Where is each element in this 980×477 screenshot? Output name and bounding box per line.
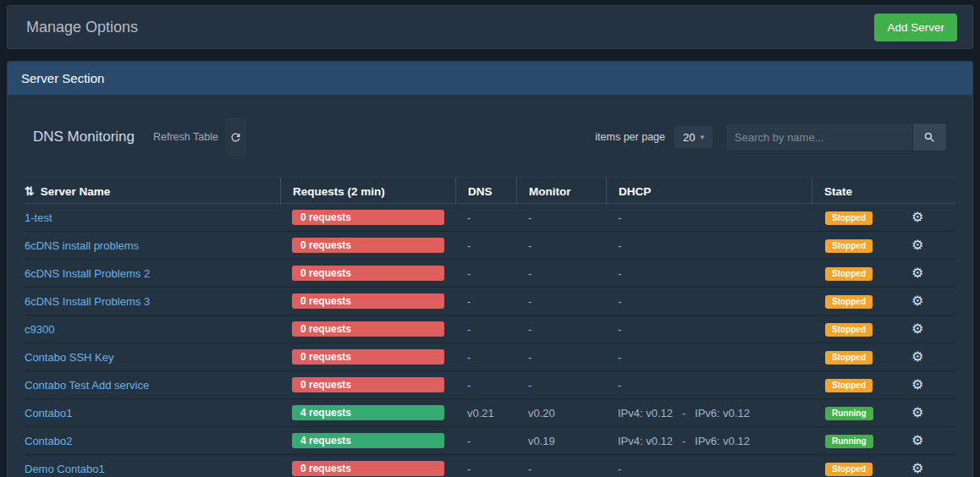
items-per-page-value: 20: [683, 131, 695, 144]
dns-cell: -: [455, 267, 516, 280]
monitor-cell: -: [516, 323, 606, 336]
state-badge: Stopped: [825, 267, 873, 281]
th-monitor: Monitor: [516, 178, 606, 205]
gear-icon[interactable]: ⚙: [911, 211, 923, 224]
th-actions: [898, 178, 955, 205]
monitor-cell: -: [516, 379, 606, 392]
gear-icon[interactable]: ⚙: [911, 406, 923, 419]
requests-badge: 0 requests: [292, 377, 444, 392]
requests-badge: 0 requests: [292, 321, 444, 337]
monitor-cell: -: [516, 211, 606, 224]
requests-badge: 0 requests: [292, 461, 444, 476]
monitor-cell: -: [516, 351, 606, 364]
server-name-link[interactable]: 6cDNS Install Problems 2: [25, 267, 150, 280]
th-requests: Requests (2 min): [280, 178, 455, 205]
panel-header: Server Section: [8, 62, 972, 96]
requests-badge: 0 requests: [292, 349, 444, 365]
table-row: c9300 0 requests - - - Stopped ⚙: [25, 315, 955, 343]
search-input[interactable]: [725, 123, 913, 151]
monitor-cell: v0.19: [516, 435, 606, 447]
table-row: 6cDNS Install Problems 2 0 requests - - …: [25, 260, 955, 288]
dhcp-cell: IPv4: v0.12 - IPv6: v0.12: [606, 435, 812, 447]
dns-cell: -: [455, 295, 516, 308]
th-state: State: [812, 178, 898, 205]
table-row: 6cDNS install problems 0 requests - - - …: [25, 232, 955, 260]
th-dhcp: DHCP: [606, 178, 812, 205]
gear-icon[interactable]: ⚙: [911, 322, 923, 336]
server-name-link[interactable]: Demo Contabo1: [25, 463, 105, 475]
server-name-link[interactable]: Contabo SSH Key: [25, 351, 114, 364]
dns-cell: -: [455, 379, 516, 392]
state-badge: Running: [825, 407, 873, 420]
dns-cell: -: [455, 435, 516, 447]
server-name-link[interactable]: Contabo2: [25, 435, 72, 447]
dhcp-cell: -: [606, 267, 812, 280]
dns-cell: -: [455, 323, 516, 336]
dhcp-cell: -: [606, 463, 812, 475]
search-icon: [923, 131, 936, 144]
requests-badge: 0 requests: [292, 210, 444, 225]
requests-badge: 4 requests: [292, 433, 444, 448]
monitor-cell: -: [516, 295, 606, 308]
state-badge: Stopped: [825, 463, 873, 476]
panel-title: Server Section: [21, 71, 104, 85]
table-body: 1-test 0 requests - - - Stopped ⚙ 6cDNS …: [25, 204, 955, 477]
top-bar: Manage Options Add Server: [7, 5, 973, 49]
dns-monitoring-table: ⇅ Server Name Requests (2 min) DNS Monit…: [8, 177, 972, 477]
monitor-cell: v0.20: [516, 407, 606, 419]
toolbar-left: DNS Monitoring Refresh Table: [33, 118, 246, 156]
dns-cell: -: [455, 351, 516, 364]
table-toolbar: DNS Monitoring Refresh Table items per p…: [8, 118, 972, 156]
dhcp-cell: -: [606, 211, 812, 224]
requests-badge: 4 requests: [292, 405, 444, 420]
gear-icon[interactable]: ⚙: [911, 294, 923, 308]
search-button[interactable]: [913, 123, 947, 151]
table-row: Contabo1 4 requests v0.21 v0.20 IPv4: v0…: [25, 399, 955, 427]
table-row: Contabo Test Add service 0 requests - - …: [25, 371, 955, 399]
toolbar-right: items per page 20 ▾: [595, 123, 947, 151]
server-name-link[interactable]: c9300: [25, 323, 54, 336]
items-per-page-label: items per page: [595, 131, 665, 143]
gear-icon[interactable]: ⚙: [911, 434, 923, 447]
table-row: Demo Contabo1 0 requests - - - Stopped ⚙: [25, 455, 955, 477]
dhcp-cell: IPv4: v0.12 - IPv6: v0.12: [606, 407, 812, 419]
table-row: 1-test 0 requests - - - Stopped ⚙: [25, 204, 955, 232]
dhcp-cell: -: [606, 239, 812, 252]
dns-cell: v0.21: [455, 407, 516, 419]
state-badge: Stopped: [825, 239, 873, 253]
server-name-link[interactable]: 6cDNS Install Problems 3: [25, 295, 150, 308]
gear-icon[interactable]: ⚙: [911, 238, 923, 252]
chevron-down-icon: ▾: [700, 134, 704, 141]
th-server-name-label: Server Name: [41, 185, 111, 198]
monitor-cell: -: [516, 239, 606, 252]
dhcp-cell: -: [606, 323, 812, 336]
dns-cell: -: [455, 211, 516, 224]
add-server-button[interactable]: Add Server: [874, 14, 957, 41]
gear-icon[interactable]: ⚙: [911, 462, 923, 475]
server-name-link[interactable]: 6cDNS install problems: [25, 239, 139, 252]
table-header: ⇅ Server Name Requests (2 min) DNS Monit…: [25, 177, 955, 204]
items-per-page-select[interactable]: 20 ▾: [674, 125, 713, 149]
sort-icon[interactable]: ⇅: [25, 184, 35, 198]
dns-cell: -: [455, 239, 516, 252]
server-name-link[interactable]: Contabo Test Add service: [25, 379, 149, 392]
dns-cell: -: [455, 463, 516, 475]
panel-body: DNS Monitoring Refresh Table items per p…: [8, 96, 972, 477]
gear-icon[interactable]: ⚙: [911, 350, 923, 364]
refresh-icon: [229, 131, 242, 144]
th-dns: DNS: [455, 178, 516, 205]
state-badge: Stopped: [825, 379, 873, 392]
server-section-panel: Server Section DNS Monitoring Refresh Ta…: [7, 61, 973, 477]
dns-monitoring-title: DNS Monitoring: [33, 129, 135, 145]
gear-icon[interactable]: ⚙: [911, 378, 923, 392]
refresh-button[interactable]: [225, 118, 246, 156]
state-badge: Running: [825, 435, 873, 448]
table-row: Contabo SSH Key 0 requests - - - Stopped…: [25, 343, 955, 371]
monitor-cell: -: [516, 463, 606, 475]
table-row: Contabo2 4 requests - v0.19 IPv4: v0.12 …: [25, 427, 955, 455]
server-name-link[interactable]: Contabo1: [25, 407, 72, 419]
dhcp-cell: -: [606, 351, 812, 364]
server-name-link[interactable]: 1-test: [25, 211, 52, 224]
gear-icon[interactable]: ⚙: [911, 266, 923, 280]
state-badge: Stopped: [825, 351, 873, 365]
